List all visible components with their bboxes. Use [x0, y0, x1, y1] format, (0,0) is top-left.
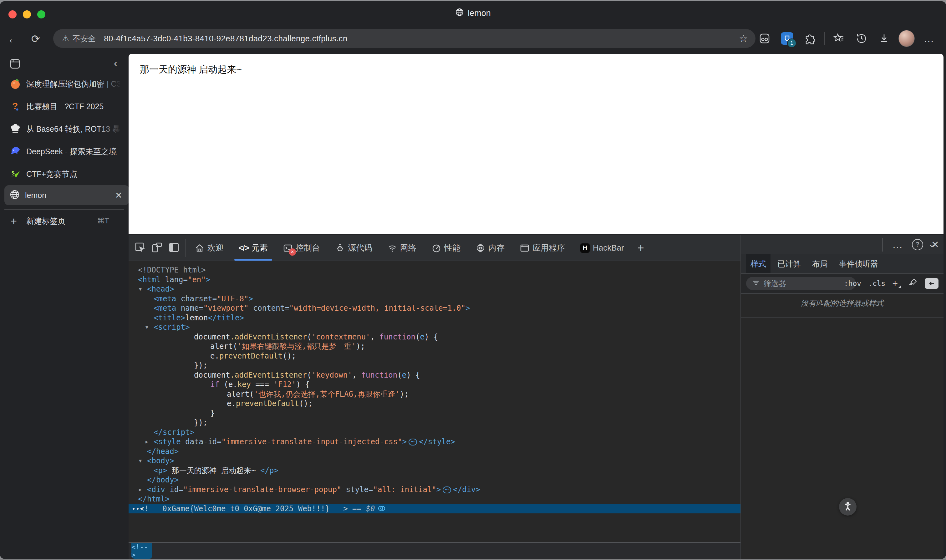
downloads-icon[interactable]	[876, 30, 892, 47]
code-line[interactable]: <p> 那一天的源神 启动起来~ </p>	[129, 466, 740, 475]
code-line[interactable]: });	[129, 418, 740, 428]
code-icon: </>	[239, 243, 249, 253]
accessibility-person-icon	[843, 501, 853, 513]
performance-icon	[431, 243, 441, 253]
code-line[interactable]: alert('如果右键跟酸与涩,都只是梦一重');	[129, 342, 740, 351]
class-toggle[interactable]: .cls	[868, 279, 885, 288]
vertical-tabs-sidebar: ‹ 深度理解压缩包伪加密 | C3?比赛题目 - ?CTF 2025从 Base…	[0, 52, 129, 559]
url-text[interactable]: 80-4f1c4a57-3dc0-41b3-8410-92e8781dad23.…	[104, 34, 739, 43]
node-link-icon[interactable]	[377, 504, 386, 515]
address-bar[interactable]: ⚠ 不安全 80-4f1c4a57-3dc0-41b3-8410-92e8781…	[53, 29, 755, 48]
code-line[interactable]: </html>	[129, 494, 740, 504]
devtools-tab-源代码[interactable]: 源代码	[329, 235, 378, 261]
sidebar-item[interactable]: CTF+竞赛节点	[0, 163, 129, 185]
reload-button[interactable]: ⟳	[28, 31, 44, 47]
favorites-bar-icon[interactable]	[831, 30, 847, 47]
devtools-tab-内存[interactable]: 内存	[469, 235, 511, 261]
split-screen-icon[interactable]	[757, 30, 773, 47]
tab-actions-icon[interactable]	[9, 58, 21, 71]
back-button[interactable]: ←	[5, 31, 21, 47]
brush-icon[interactable]	[907, 277, 918, 289]
elements-tree[interactable]: <!DOCTYPE html><html lang="en">▼<head><m…	[129, 261, 740, 543]
chevron-down-icon[interactable]: ⌄	[928, 238, 936, 249]
favorite-star-icon[interactable]: ☆	[739, 32, 748, 45]
styles-filter-input[interactable]: 筛选器	[746, 277, 856, 290]
styles-header-strip: … ? ✕	[741, 235, 943, 254]
active-tab-lemon[interactable]: lemon ✕	[5, 185, 129, 205]
titlebar: lemon	[0, 1, 946, 25]
more-tools-plus-icon[interactable]: +	[633, 235, 649, 261]
code-line[interactable]: ▼<body>	[129, 456, 740, 466]
code-line[interactable]: ▶<div id="immersive-translate-browser-po…	[129, 485, 740, 495]
code-line[interactable]: ▶<style data-id="immersive-translate-inp…	[129, 437, 740, 447]
styles-tab-事件侦听器[interactable]: 事件侦听器	[835, 254, 883, 273]
sidebar-item[interactable]: ?比赛题目 - ?CTF 2025	[0, 95, 129, 118]
ctf-node-icon	[9, 168, 21, 180]
selected-node-row[interactable]: •••<!-- 0xGame{Welc0me_t0_0xG@me_2025_We…	[129, 504, 740, 514]
new-tab-button[interactable]: + 新建标签页 ⌘T	[0, 212, 129, 230]
devtools-tab-应用程序[interactable]: 应用程序	[514, 235, 571, 261]
devtools-tab-网络[interactable]: 网络	[381, 235, 422, 261]
profile-avatar[interactable]	[898, 30, 915, 47]
extensions-puzzle-icon[interactable]	[801, 30, 818, 47]
styles-tab-样式[interactable]: 样式	[746, 254, 771, 273]
code-line[interactable]: document.addEventListener('keydown', fun…	[129, 371, 740, 380]
collapse-arrow-icon[interactable]: ▶	[139, 485, 142, 495]
immersive-translate-float-button[interactable]	[839, 498, 857, 515]
toggle-panel-icon[interactable]	[925, 278, 938, 289]
inspect-element-icon[interactable]	[134, 242, 146, 255]
code-line[interactable]: e.preventDefault();	[129, 351, 740, 361]
device-toolbar-icon[interactable]	[151, 242, 163, 255]
devtools-help-icon[interactable]: ?	[912, 239, 923, 250]
hover-state-toggle[interactable]: :hov	[844, 279, 861, 288]
code-line[interactable]: </head>	[129, 447, 740, 457]
sidebar-item[interactable]: 从 Base64 转换, ROT13 暴	[0, 118, 129, 140]
code-line[interactable]: </body>	[129, 475, 740, 485]
expand-arrow-icon[interactable]: ▼	[139, 285, 142, 294]
devtools-tab-HackBar[interactable]: HHackBar	[574, 235, 630, 261]
inline-expand-icon[interactable]: ⋯	[409, 438, 417, 446]
sidebar-item[interactable]: 深度理解压缩包伪加密 | C3	[0, 72, 129, 95]
dock-side-icon[interactable]	[168, 242, 180, 255]
code-line[interactable]: alert('也许我,仍会选择,某个FLAG,再跟你重逢');	[129, 389, 740, 399]
code-line[interactable]: <meta charset="UTF-8">	[129, 294, 740, 304]
orange-fruit-icon	[9, 78, 21, 90]
code-line[interactable]: <!DOCTYPE html>	[129, 265, 740, 275]
expand-arrow-icon[interactable]: ▼	[139, 456, 142, 466]
code-line[interactable]: if (e.key === 'F12') {	[129, 380, 740, 389]
history-icon[interactable]	[854, 30, 870, 47]
new-style-rule-button[interactable]: +	[892, 278, 900, 289]
code-line[interactable]: <meta name="viewport" content="width=dev…	[129, 303, 740, 313]
code-line[interactable]: <html lang="en">	[129, 275, 740, 285]
code-line[interactable]: ▼<head>	[129, 285, 740, 294]
code-line[interactable]: e.preventDefault();	[129, 399, 740, 409]
close-tab-icon[interactable]: ✕	[115, 190, 122, 200]
code-line[interactable]: });	[129, 361, 740, 371]
collapse-sidebar-icon[interactable]: ‹	[114, 57, 117, 69]
code-line[interactable]: document.addEventListener('contextmenu',…	[129, 332, 740, 342]
devtools-tab-label: 欢迎	[208, 243, 224, 254]
expand-arrow-icon[interactable]: ▼	[146, 323, 148, 332]
password-extension-icon[interactable]: 1	[779, 30, 795, 47]
code-line[interactable]: ▼<script>	[129, 323, 740, 332]
devtools-more-icon[interactable]: …	[892, 238, 904, 251]
settings-more-icon[interactable]: …	[921, 30, 937, 47]
code-line[interactable]: }	[129, 409, 740, 418]
window-bottom-edge	[0, 559, 946, 560]
inline-expand-icon[interactable]: ⋯	[443, 486, 451, 493]
new-tab-shortcut: ⌘T	[97, 217, 109, 225]
devtools-tab-元素[interactable]: </>元素	[233, 235, 274, 261]
devtools-tab-性能[interactable]: 性能	[425, 235, 466, 261]
code-line[interactable]: </script>	[129, 428, 740, 437]
node-actions-dots[interactable]: •••	[132, 504, 144, 514]
styles-tabs: 样式已计算布局事件侦听器	[741, 254, 943, 274]
application-icon	[520, 243, 530, 253]
styles-tab-布局[interactable]: 布局	[808, 254, 832, 273]
collapse-arrow-icon[interactable]: ▶	[146, 437, 148, 447]
code-line[interactable]: <title>lemon</title>	[129, 313, 740, 323]
breadcrumb-node[interactable]: <!-->	[131, 543, 152, 559]
devtools-tab-控制台[interactable]: ✕控制台	[277, 235, 326, 261]
styles-tab-已计算[interactable]: 已计算	[773, 254, 805, 273]
devtools-tab-欢迎[interactable]: 欢迎	[189, 235, 230, 261]
sidebar-item[interactable]: DeepSeek - 探索未至之境	[0, 140, 129, 163]
